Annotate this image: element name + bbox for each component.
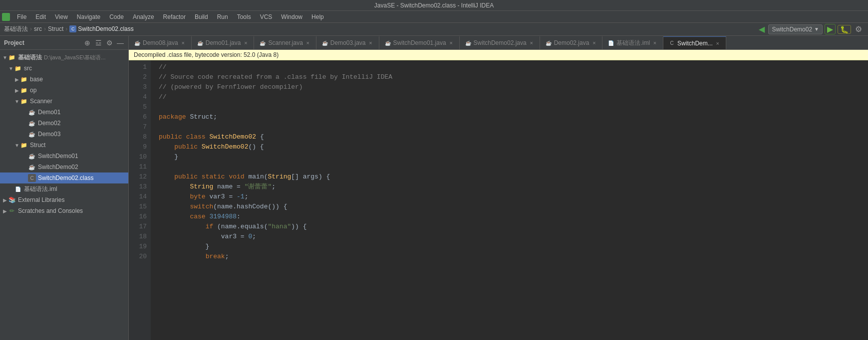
tree-arrow-demo01 — [22, 109, 28, 115]
tree-label-sd02class: SwitchDemo02.class — [38, 174, 93, 181]
breadcrumb-item-class[interactable]: C SwitchDemo02.class — [69, 25, 133, 32]
tree-label-op: op — [30, 87, 36, 94]
code-content[interactable]: // // Source code recreated from a .clas… — [151, 60, 868, 340]
menu-window[interactable]: Window — [277, 12, 306, 21]
tree-arrow-iml — [8, 186, 14, 192]
tree-item-demo02[interactable]: ☕ Demo02 — [0, 118, 128, 129]
tree-label-struct: Struct — [30, 142, 45, 149]
menu-view[interactable]: View — [51, 12, 72, 21]
sidebar-add-icon[interactable]: ⊕ — [83, 39, 91, 47]
decompiled-notice: Decompiled .class file, bytecode version… — [129, 50, 868, 60]
class-icon: C — [69, 25, 76, 32]
tab-bar: ☕ Demo08.java × ☕ Demo01.java × ☕ Scanne… — [129, 36, 868, 50]
tree-arrow-base: ▶ — [14, 76, 20, 82]
menu-help[interactable]: Help — [307, 12, 328, 21]
tree-label-sd01: SwitchDemo01 — [38, 153, 78, 160]
tree-label-demo02: Demo02 — [38, 120, 60, 127]
tab-demo02[interactable]: ☕ Demo02.java × — [540, 36, 603, 49]
run-config-dropdown-icon[interactable]: ▼ — [814, 26, 819, 32]
run-controls: ◀ SwitchDemo02 ▼ ▶ 🐛 ⚙ — [753, 24, 868, 34]
sidebar-header: Project ⊕ ☲ ⚙ — — [0, 36, 128, 50]
tab-iml[interactable]: 📄 基础语法.iml × — [602, 36, 663, 49]
tab-icon-scanner: ☕ — [259, 39, 266, 46]
tree-item-src[interactable]: ▼ 📁 src — [0, 63, 128, 74]
tab-close-demo08[interactable]: × — [180, 40, 186, 46]
sidebar: Project ⊕ ☲ ⚙ — ▼ 📁 基础语法 D:\java_JavaSE\… — [0, 36, 129, 340]
tab-sd02java[interactable]: ☕ SwitchDemo02.java × — [460, 36, 540, 49]
menu-tools[interactable]: Tools — [233, 12, 255, 21]
menu-bar: File Edit View Navigate Code Analyze Ref… — [0, 11, 868, 23]
tab-icon-sd02class: C — [668, 40, 675, 47]
breadcrumb-item-2[interactable]: Struct — [48, 25, 63, 32]
breadcrumb-sep-2: › — [65, 25, 67, 32]
nav-back-icon[interactable]: ◀ — [757, 24, 766, 34]
tab-close-sd02java[interactable]: × — [529, 40, 535, 46]
menu-vcs[interactable]: VCS — [256, 12, 277, 21]
tree-item-demo03[interactable]: ☕ Demo03 — [0, 129, 128, 140]
tab-close-demo03[interactable]: × — [368, 40, 374, 46]
breadcrumb-item-0[interactable]: 基础语法 — [4, 25, 28, 33]
tree-label-base: base — [30, 76, 43, 83]
debug-button[interactable]: 🐛 — [838, 25, 851, 34]
tree-item-base[interactable]: ▶ 📁 base — [0, 74, 128, 85]
tab-close-demo01[interactable]: × — [243, 40, 249, 46]
menu-edit[interactable]: Edit — [31, 12, 50, 21]
sidebar-minimize-icon[interactable]: — — [116, 39, 124, 47]
tab-label-sd02java: SwitchDemo02.java — [474, 39, 527, 46]
main-area: Project ⊕ ☲ ⚙ — ▼ 📁 基础语法 D:\java_JavaSE\… — [0, 36, 868, 340]
tab-label-sd02class: SwitchDem... — [677, 40, 713, 47]
tree-item-demo01[interactable]: ☕ Demo01 — [0, 107, 128, 118]
tree-item-switchdemo02class[interactable]: C SwitchDemo02.class — [0, 172, 128, 183]
tree-arrow-src: ▼ — [8, 65, 14, 71]
tab-demo01[interactable]: ☕ Demo01.java × — [192, 36, 255, 49]
tree-item-iml[interactable]: 📄 基础语法.iml — [0, 183, 128, 194]
class-icon-sd02class: C — [28, 174, 36, 182]
tab-demo03[interactable]: ☕ Demo03.java × — [316, 36, 379, 49]
tab-demo08[interactable]: ☕ Demo08.java × — [129, 36, 192, 49]
folder-icon-src: 📁 — [14, 64, 22, 72]
breadcrumb-item-1[interactable]: src — [34, 25, 42, 32]
tab-label-demo03: Demo03.java — [330, 39, 366, 46]
menu-run[interactable]: Run — [213, 12, 232, 21]
tree-label-src: src — [24, 65, 32, 72]
menu-build[interactable]: Build — [191, 12, 212, 21]
sidebar-locate-icon[interactable]: ☲ — [94, 39, 102, 47]
menu-file[interactable]: File — [13, 12, 30, 21]
run-button[interactable]: ▶ — [825, 24, 836, 34]
code-editor[interactable]: 1 2 3 4 5 6 7 8 9 10 11 12 13 14 15 16 1… — [129, 60, 868, 340]
tab-close-sd02class[interactable]: × — [715, 40, 721, 46]
breadcrumb: 基础语法 › src › Struct › C SwitchDemo02.cla… — [0, 23, 753, 36]
sidebar-settings-icon[interactable]: ⚙ — [105, 39, 113, 47]
tree-item-op[interactable]: ▶ 📁 op — [0, 85, 128, 96]
menu-refactor[interactable]: Refactor — [159, 12, 190, 21]
tree-item-struct[interactable]: ▼ 📁 Struct — [0, 140, 128, 151]
menu-analyze[interactable]: Analyze — [129, 12, 158, 21]
tree-item-switchdemo01[interactable]: ☕ SwitchDemo01 — [0, 151, 128, 162]
tab-close-iml[interactable]: × — [652, 40, 658, 46]
tab-close-scanner[interactable]: × — [305, 40, 311, 46]
tree-item-basics[interactable]: ▼ 📁 基础语法 D:\java_JavaSE\基础语... — [0, 52, 128, 63]
tab-scanner[interactable]: ☕ Scanner.java × — [254, 36, 316, 49]
tab-icon-demo03: ☕ — [321, 39, 328, 46]
java-icon-sd01: ☕ — [28, 152, 36, 160]
tree-item-scratches[interactable]: ▶ ✏ Scratches and Consoles — [0, 205, 128, 216]
run-config-label[interactable]: SwitchDemo02 ▼ — [768, 24, 823, 34]
app-logo — [2, 13, 10, 21]
tab-sd01[interactable]: ☕ SwitchDemo01.java × — [379, 36, 460, 49]
title-text: JavaSE - SwitchDemo02.class - IntelliJ I… — [374, 2, 494, 9]
settings-button[interactable]: ⚙ — [853, 24, 864, 34]
tree-item-extlibs[interactable]: ▶ 📚 External Libraries — [0, 194, 128, 205]
tree-label-scratches: Scratches and Consoles — [18, 207, 83, 214]
folder-icon-op: 📁 — [20, 86, 28, 94]
tab-close-sd01[interactable]: × — [448, 40, 454, 46]
folder-icon-scanner: 📁 — [20, 97, 28, 105]
menu-navigate[interactable]: Navigate — [73, 12, 104, 21]
tab-sd02class[interactable]: C SwitchDem... × — [663, 36, 726, 49]
tab-label-demo02: Demo02.java — [554, 39, 589, 46]
tree-arrow-basics: ▼ — [2, 54, 8, 60]
tree-item-switchdemo02[interactable]: ☕ SwitchDemo02 — [0, 162, 128, 172]
tab-close-demo02[interactable]: × — [591, 40, 597, 46]
menu-code[interactable]: Code — [105, 12, 128, 21]
tree-item-scanner[interactable]: ▼ 📁 Scanner — [0, 96, 128, 107]
sidebar-title: Project — [4, 39, 80, 46]
